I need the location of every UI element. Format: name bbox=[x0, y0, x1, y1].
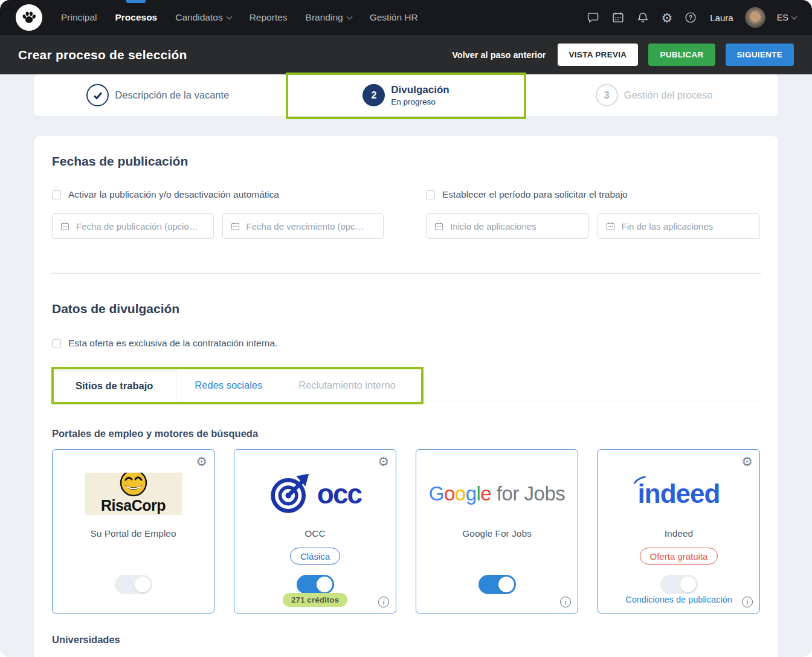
google-letter: o bbox=[444, 482, 455, 505]
tab-sitios-de-trabajo[interactable]: Sitios de trabajo bbox=[52, 370, 176, 401]
portal-card-occ: ⚙ occ OCC Clásica bbox=[234, 449, 396, 613]
portals-section-title: Portales de empleo y motores de búsqueda bbox=[52, 428, 760, 439]
bell-icon[interactable] bbox=[636, 11, 649, 24]
active-tab-indicator bbox=[126, 0, 146, 3]
indeed-logo: indeed bbox=[598, 462, 759, 526]
portal-name: Su Portal de Empleo bbox=[53, 528, 214, 539]
portal-card-indeed: ⚙ indeed Indeed Oferta gratuita Condicio… bbox=[598, 449, 760, 613]
portal-toggle[interactable] bbox=[115, 575, 152, 594]
app-window: Principal Procesos Candidatos Reportes B… bbox=[0, 0, 812, 657]
free-offer-badge[interactable]: Oferta gratuita bbox=[640, 548, 718, 565]
step-2-divulgacion[interactable]: 2 Divulgación En progreso bbox=[282, 74, 530, 116]
calendar-icon bbox=[60, 221, 70, 231]
publish-button[interactable]: PUBLICAR bbox=[648, 44, 715, 66]
section-divider bbox=[51, 273, 761, 274]
nav-item-reportes[interactable]: Reportes bbox=[240, 0, 297, 35]
internal-only-checkbox[interactable] bbox=[52, 339, 61, 348]
nav-item-branding[interactable]: Branding bbox=[297, 0, 361, 35]
info-icon[interactable]: i bbox=[560, 597, 571, 607]
chevron-down-icon bbox=[346, 13, 352, 19]
chevron-down-icon bbox=[226, 13, 232, 19]
nav-item-procesos[interactable]: Procesos bbox=[106, 0, 166, 35]
publish-date-input[interactable] bbox=[76, 221, 206, 231]
publish-date-field[interactable] bbox=[52, 213, 214, 239]
publication-conditions-link[interactable]: Condiciones de publicación bbox=[625, 595, 732, 604]
chevron-down-icon bbox=[791, 14, 798, 20]
info-icon[interactable]: i bbox=[378, 597, 389, 607]
process-header: Crear proceso de selección Volver al pas… bbox=[0, 35, 812, 74]
nav-item-principal[interactable]: Principal bbox=[52, 0, 106, 35]
user-name: Laura bbox=[710, 13, 733, 23]
main-menu: Principal Procesos Candidatos Reportes B… bbox=[52, 0, 427, 35]
google-letter: G bbox=[429, 482, 444, 505]
bullseye-icon bbox=[269, 473, 311, 515]
occ-logo: occ bbox=[234, 462, 396, 526]
publish-dates-section: Activar la publicación y/o desactivación… bbox=[52, 189, 760, 239]
application-end-field[interactable] bbox=[598, 213, 761, 239]
brand-logo[interactable] bbox=[16, 4, 42, 31]
portal-cards: ⚙ RisaCorp Su Portal de Empleo bbox=[52, 449, 760, 613]
nav-item-label: Reportes bbox=[250, 12, 288, 23]
publish-dates-title: Fechas de publicación bbox=[52, 154, 760, 169]
auto-publish-checkbox[interactable] bbox=[52, 190, 61, 199]
info-icon[interactable]: i bbox=[742, 597, 753, 607]
credits-badge: 271 créditos bbox=[283, 593, 347, 607]
google-letter: o bbox=[455, 482, 466, 505]
plan-badge[interactable]: Clásica bbox=[290, 548, 340, 565]
calendar-icon[interactable] bbox=[611, 11, 625, 24]
wizard-stepper: Descripción de la vacante 2 Divulgación … bbox=[34, 74, 778, 116]
application-start-input[interactable] bbox=[450, 221, 581, 231]
step-3-gestion[interactable]: 3 Gestión del proceso bbox=[530, 74, 778, 116]
risacorp-logo-text: RisaCorp bbox=[101, 498, 166, 515]
top-nav: Principal Procesos Candidatos Reportes B… bbox=[0, 0, 812, 35]
internal-only-label: Esta oferta es exclusiva de la contratac… bbox=[68, 338, 277, 349]
disclosure-title: Datos de divulgación bbox=[52, 302, 760, 316]
portal-card-google-for-jobs: Google for Jobs Google For Jobs i bbox=[416, 449, 578, 613]
gear-icon[interactable]: ⚙ bbox=[196, 455, 207, 468]
step-status: En progreso bbox=[391, 97, 449, 106]
preview-button[interactable]: VISTA PREVIA bbox=[558, 44, 639, 66]
google-letter: g bbox=[466, 482, 477, 505]
language-selector[interactable]: ES bbox=[777, 13, 796, 22]
application-end-input[interactable] bbox=[622, 221, 753, 231]
gear-icon[interactable]: ⚙ bbox=[661, 11, 672, 24]
nav-item-label: Branding bbox=[306, 12, 343, 23]
portal-name: Google For Jobs bbox=[416, 528, 578, 539]
nav-item-label: Candidatos bbox=[175, 12, 222, 23]
back-to-previous-step-link[interactable]: Volver al paso anterior bbox=[452, 50, 546, 60]
nav-item-candidatos[interactable]: Candidatos bbox=[166, 0, 240, 35]
step-done-check-icon bbox=[86, 84, 109, 106]
nav-utilities: ⚙ ? Laura ES bbox=[587, 7, 796, 28]
gear-icon[interactable]: ⚙ bbox=[741, 455, 753, 468]
chat-icon[interactable] bbox=[587, 11, 600, 24]
application-start-field[interactable] bbox=[426, 213, 589, 239]
application-period-checkbox[interactable] bbox=[426, 190, 435, 199]
next-button[interactable]: SIGUIENTE bbox=[726, 44, 794, 66]
page-title: Crear proceso de selección bbox=[18, 48, 187, 62]
nav-item-label: Gestión HR bbox=[370, 12, 418, 23]
gear-icon[interactable]: ⚙ bbox=[378, 455, 389, 468]
calendar-icon bbox=[230, 221, 240, 231]
portal-card-risacorp: ⚙ RisaCorp Su Portal de Empleo bbox=[52, 449, 214, 613]
step-label: Descripción de la vacante bbox=[115, 89, 229, 101]
expiry-date-field[interactable] bbox=[222, 213, 384, 239]
avatar[interactable] bbox=[745, 7, 765, 28]
disclosure-tabs-wrap: Sitios de trabajo Redes sociales Recluta… bbox=[52, 370, 760, 401]
nav-item-gestion-hr[interactable]: Gestión HR bbox=[361, 0, 427, 35]
help-icon[interactable]: ? bbox=[684, 11, 697, 24]
step-1-description[interactable]: Descripción de la vacante bbox=[34, 74, 282, 116]
google-logo-suffix: for Jobs bbox=[491, 482, 565, 505]
step-label: Gestión del proceso bbox=[624, 89, 713, 101]
tab-redes-sociales[interactable]: Redes sociales bbox=[176, 370, 280, 401]
tab-reclutamiento-interno[interactable]: Reclutamiento interno bbox=[280, 370, 414, 401]
auto-publish-label: Activar la publicación y/o desactivación… bbox=[68, 189, 279, 200]
paw-icon bbox=[21, 9, 37, 26]
language-label: ES bbox=[777, 13, 788, 22]
portal-name: OCC bbox=[234, 528, 396, 539]
nav-item-label: Principal bbox=[61, 12, 97, 23]
expiry-date-input[interactable] bbox=[246, 221, 376, 231]
application-period-label: Establecer el período para solicitar el … bbox=[442, 189, 628, 200]
svg-text:?: ? bbox=[689, 15, 692, 21]
header-actions: Volver al paso anterior VISTA PREVIA PUB… bbox=[452, 44, 794, 66]
step-number: 2 bbox=[362, 84, 385, 106]
